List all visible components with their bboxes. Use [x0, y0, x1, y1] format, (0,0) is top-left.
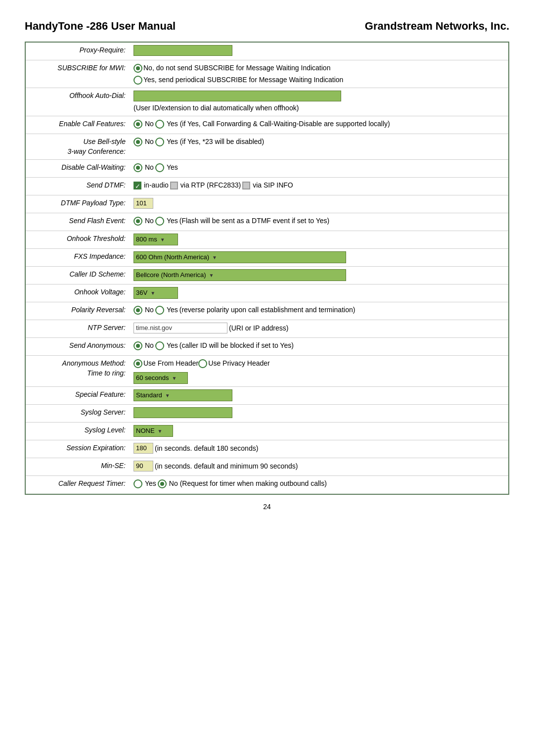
field-text: No	[145, 119, 154, 129]
select-dropdown[interactable]: 800 ms	[134, 234, 178, 245]
table-row: NTP Server:time.nist.gov (URI or IP addr…	[26, 320, 508, 338]
table-row: Session Expiration:180 (in seconds. defa…	[26, 440, 508, 458]
radio-button[interactable]	[134, 163, 142, 172]
field-text: Yes, send periodical SUBSCRIBE for Messa…	[143, 75, 343, 85]
text-input[interactable]	[134, 45, 232, 56]
radio-button[interactable]	[134, 341, 142, 350]
settings-table: Proxy-Require:SUBSCRIBE for MWI: No, do …	[25, 42, 509, 495]
radio-button[interactable]	[134, 359, 142, 368]
row-value: time.nist.gov (URI or IP address)	[130, 320, 508, 336]
field-text: No	[145, 137, 154, 147]
table-row: Caller Request Timer:Yes No (Request for…	[26, 476, 508, 494]
row-value: 36V	[130, 284, 508, 301]
checkbox[interactable]	[242, 182, 250, 189]
radio-button[interactable]	[155, 120, 164, 129]
field-text: via RTP (RFC2833)	[180, 180, 241, 190]
table-row: Polarity Reversal:No Yes (reverse polari…	[26, 302, 508, 320]
row-value: Yes No (Request for timer when making ou…	[130, 476, 508, 491]
row-value: No Yes (if Yes, Call Forwarding & Call-W…	[130, 116, 508, 132]
radio-button[interactable]	[155, 163, 164, 172]
select-dropdown[interactable]: NONE	[134, 425, 173, 437]
radio-button[interactable]	[134, 479, 142, 488]
field-text: Yes	[167, 162, 178, 173]
radio-button[interactable]	[155, 341, 164, 350]
row-label: Use Bell-style3-way Conference:	[26, 134, 130, 159]
table-row: Syslog Server:	[26, 405, 508, 423]
table-row: Syslog Level:NONE	[26, 423, 508, 440]
row-value: in-audio via RTP (RFC2833) via SIP INFO	[130, 178, 508, 193]
field-text: via SIP INFO	[253, 180, 293, 190]
table-row: Enable Call Features:No Yes (if Yes, Cal…	[26, 116, 508, 134]
radio-button[interactable]	[134, 217, 142, 226]
field-text: No (Request for timer when making outbou…	[169, 478, 327, 489]
row-label: Proxy-Require:	[26, 43, 130, 58]
row-label: Polarity Reversal:	[26, 302, 130, 318]
table-row: Proxy-Require:	[26, 43, 508, 60]
select-dropdown[interactable]: 36V	[134, 287, 178, 299]
row-value: (User ID/extension to dial automatically…	[130, 88, 508, 116]
value-input[interactable]: 180	[134, 443, 153, 454]
row-label: Send Anonymous:	[26, 338, 130, 354]
row-label: Min-SE:	[26, 458, 130, 474]
field-text: Yes	[167, 216, 178, 226]
field-text: No	[145, 340, 154, 351]
field-text: Yes	[145, 478, 156, 489]
table-row: Send DTMF: in-audio via RTP (RFC2833) vi…	[26, 178, 508, 195]
table-row: Offhook Auto-Dial:(User ID/extension to …	[26, 88, 508, 116]
radio-button[interactable]	[134, 138, 142, 146]
time-to-ring-select[interactable]: 60 seconds	[134, 372, 188, 384]
checkbox[interactable]	[170, 182, 178, 189]
row-label: NTP Server:	[26, 320, 130, 336]
field-text: in-audio	[144, 180, 169, 190]
field-text: Yes	[167, 340, 178, 351]
radio-button[interactable]	[158, 479, 167, 488]
row-value: No Yes	[130, 160, 508, 175]
page-number: 24	[25, 503, 509, 511]
row-label: Session Expiration:	[26, 440, 130, 456]
ntp-input[interactable]: time.nist.gov	[134, 323, 227, 333]
row-label: DTMF Payload Type:	[26, 195, 130, 211]
field-text: No	[145, 216, 154, 226]
radio-button[interactable]	[198, 359, 207, 368]
row-label: SUBSCRIBE for MWI:	[26, 60, 130, 76]
select-dropdown[interactable]: 600 Ohm (North America)	[134, 251, 346, 263]
radio-button[interactable]	[155, 217, 164, 226]
row-label: Send DTMF:	[26, 178, 130, 193]
row-label: Enable Call Features:	[26, 116, 130, 132]
table-row: Disable Call-Waiting:No Yes	[26, 160, 508, 178]
row-label: Syslog Server:	[26, 405, 130, 421]
radio-button[interactable]	[134, 120, 142, 129]
field-text: (User ID/extension to dial automatically…	[134, 103, 299, 113]
text-input[interactable]	[134, 91, 341, 101]
company-name: Grandstream Networks, Inc.	[365, 20, 509, 33]
field-text: Use Privacy Header	[208, 358, 270, 369]
radio-button[interactable]	[155, 306, 164, 315]
table-row: DTMF Payload Type:101	[26, 195, 508, 213]
value-input[interactable]: 90	[134, 461, 153, 472]
field-text: Yes	[167, 305, 178, 315]
field-text: (URI or IP address)	[229, 323, 288, 333]
row-label: Offhook Auto-Dial:	[26, 88, 130, 104]
value-input[interactable]: 101	[134, 198, 153, 209]
checkbox[interactable]	[134, 182, 141, 189]
text-input[interactable]	[134, 407, 232, 418]
select-dropdown[interactable]: Bellcore (North America)	[134, 269, 346, 281]
row-label: Disable Call-Waiting:	[26, 160, 130, 176]
field-text: (in seconds. default and minimum 90 seco…	[155, 461, 298, 472]
radio-button[interactable]	[155, 138, 164, 146]
row-label: Onhook Voltage:	[26, 284, 130, 300]
row-value: 600 Ohm (North America)	[130, 249, 508, 266]
row-label: Caller Request Timer:	[26, 476, 130, 492]
table-row: Anonymous Method:Time to ring: Use From …	[26, 356, 508, 387]
field-text: No	[145, 305, 154, 315]
row-value: No Yes (if Yes, *23 will be disabled)	[130, 134, 508, 149]
table-row: Send Anonymous:No Yes (caller ID will be…	[26, 338, 508, 356]
row-label: Special Feature:	[26, 387, 130, 403]
radio-button[interactable]	[134, 306, 142, 315]
row-label: Onhook Threshold:	[26, 231, 130, 247]
radio-button[interactable]	[134, 76, 142, 85]
row-value: No Yes (Flash will be sent as a DTMF eve…	[130, 213, 508, 229]
row-label: Send Flash Event:	[26, 213, 130, 229]
radio-button[interactable]	[134, 64, 142, 73]
select-dropdown[interactable]: Standard	[134, 389, 232, 401]
